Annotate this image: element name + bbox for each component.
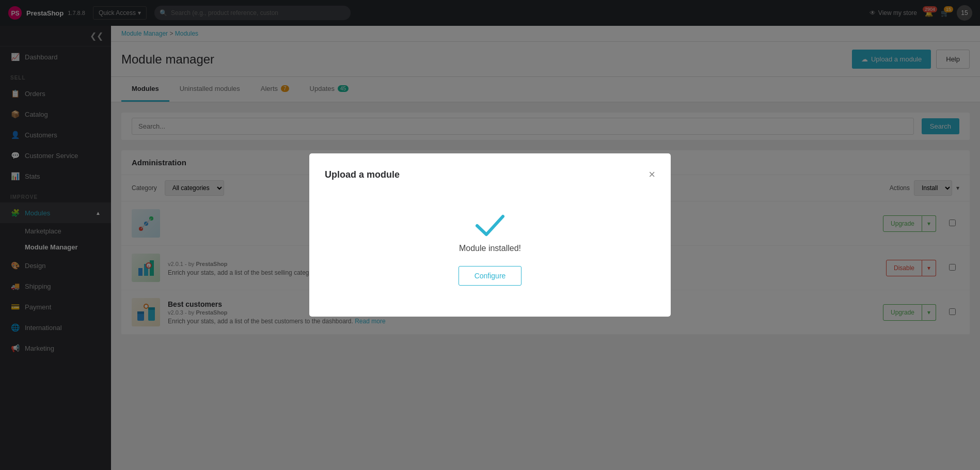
success-message: Module installed! <box>325 244 655 253</box>
upload-module-modal: Upload a module × Module installed! Conf… <box>309 153 671 317</box>
configure-btn[interactable]: Configure <box>459 266 522 286</box>
modal-header: Upload a module × <box>325 169 655 180</box>
modal-close-btn[interactable]: × <box>649 169 655 180</box>
modal-body: Module installed! Configure <box>325 196 655 301</box>
modal-title: Upload a module <box>325 169 400 180</box>
success-checkmark <box>325 206 655 244</box>
modal-overlay[interactable]: Upload a module × Module installed! Conf… <box>0 0 980 470</box>
